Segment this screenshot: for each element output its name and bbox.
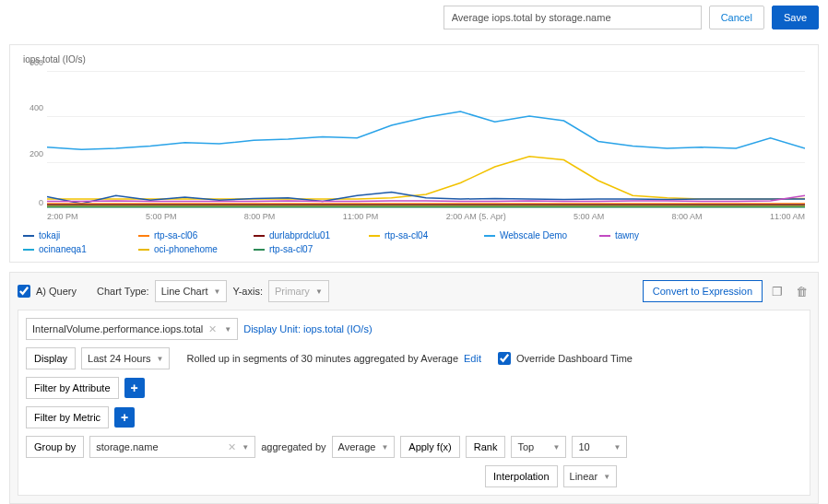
y-tick: 200 [30,149,43,158]
legend-item[interactable]: durlabprdclu01 [254,230,369,240]
add-filter-metric-button[interactable]: + [114,407,135,428]
legend-label: oci-phonehome [154,244,218,254]
chart-container: iops.total (IO/s) 0 200 400 600 2:00 PM5… [9,44,819,263]
legend-label: durlabprdclu01 [269,230,330,240]
caret-down-icon: ▼ [224,325,231,334]
group-by-select[interactable]: storage.name ✕ ▼ [89,436,255,458]
cancel-button[interactable]: Cancel [709,6,764,29]
x-tick: 8:00 AM [672,212,703,221]
display-button[interactable]: Display [26,347,76,369]
caret-down-icon: ▼ [381,443,388,451]
interpolation-select[interactable]: Linear▼ [563,465,618,487]
caret-down-icon: ▼ [603,473,610,481]
display-unit-link[interactable]: Display Unit: iops.total (IO/s) [243,323,372,334]
query-enable-checkbox[interactable] [18,285,30,298]
legend-item[interactable]: tawny [599,230,715,240]
legend-swatch [484,235,495,237]
y-axis-label: iops.total (IO/s) [23,54,805,64]
filter-attribute-button[interactable]: Filter by Attribute [26,377,119,399]
legend-swatch [599,235,610,237]
legend-label: rtp-sa-cl04 [384,230,428,240]
series-line [47,111,805,149]
x-tick: 11:00 PM [343,212,379,221]
override-time-checkbox[interactable] [498,352,511,365]
legend-item[interactable]: Webscale Demo [484,230,599,240]
save-button[interactable]: Save [772,6,819,29]
legend-swatch [23,249,34,251]
legend-label: tokaji [39,230,60,240]
query-panel: A) Query Chart Type: Line Chart▼ Y-axis:… [9,272,819,504]
x-tick: 2:00 PM [47,212,78,221]
legend-swatch [254,249,265,251]
legend-swatch [23,235,34,237]
legend-item[interactable]: ocinaneqa1 [23,244,138,254]
rank-count-select[interactable]: 10▼ [572,436,627,458]
legend-swatch [138,235,149,237]
rank-button[interactable]: Rank [466,436,506,458]
clear-icon[interactable]: ✕ [228,441,236,453]
legend-label: rtp-sa-cl07 [269,244,313,254]
legend-label: tawny [615,230,639,240]
legend-item[interactable]: rtp-sa-cl07 [254,244,369,254]
y-tick: 400 [30,103,43,112]
filter-metric-button[interactable]: Filter by Metric [26,406,109,428]
legend-swatch [369,235,380,237]
x-tick: 2:00 AM (5. Apr) [446,212,506,221]
metric-select[interactable]: InternalVolume.performance.iops.total ✕ … [26,318,238,340]
query-inner: InternalVolume.performance.iops.total ✕ … [18,310,810,496]
apply-fx-button[interactable]: Apply f(x) [400,436,459,458]
interpolation-button[interactable]: Interpolation [485,465,558,487]
add-filter-attribute-button[interactable]: + [124,378,145,398]
caret-down-icon: ▼ [553,443,561,451]
x-tick: 8:00 PM [244,212,276,221]
yaxis-label: Y-axis: [232,286,263,297]
y-axis: 0 200 400 600 [23,70,45,208]
x-tick: 5:00 AM [574,212,604,221]
group-by-button[interactable]: Group by [26,436,84,458]
chart-type-label: Chart Type: [97,286,149,297]
caret-down-icon: ▼ [157,355,164,363]
duplicate-icon[interactable]: ❐ [768,282,787,300]
time-range-select[interactable]: Last 24 Hours▼ [81,347,170,369]
x-tick: 11:00 AM [770,212,805,221]
chart-plot-area[interactable]: 0 200 400 600 [47,70,805,208]
legend-item[interactable]: rtp-sa-cl06 [138,230,254,240]
legend-item[interactable]: rtp-sa-cl04 [369,230,484,240]
delete-icon[interactable]: 🗑 [792,282,810,300]
caret-down-icon: ▼ [614,443,621,451]
x-axis: 2:00 PM5:00 PM8:00 PM11:00 PM2:00 AM (5.… [47,212,805,221]
legend-label: rtp-sa-cl06 [154,230,197,240]
clear-icon[interactable]: ✕ [208,323,217,335]
override-time-label: Override Dashboard Time [516,353,633,364]
legend-swatch [254,235,265,237]
aggregate-select[interactable]: Average▼ [332,436,396,458]
y-tick: 600 [30,58,43,67]
chart-legend: tokajirtp-sa-cl06durlabprdclu01rtp-sa-cl… [23,230,805,254]
legend-item[interactable]: oci-phonehome [138,244,254,254]
query-label: A) Query [36,286,77,297]
legend-label: Webscale Demo [500,230,567,240]
convert-expression-button[interactable]: Convert to Expression [643,280,763,302]
caret-down-icon: ▼ [213,287,220,296]
rollup-text: Rolled up in segments of 30 minutes aggr… [186,353,458,364]
legend-swatch [138,249,149,251]
y-tick: 0 [39,198,43,207]
widget-title-input[interactable] [444,6,702,29]
chart-type-select[interactable]: Line Chart▼ [155,280,228,302]
edit-rollup-link[interactable]: Edit [464,353,481,364]
series-line [47,157,805,199]
rank-direction-select[interactable]: Top▼ [511,436,566,458]
aggregated-by-label: aggregated by [261,441,325,452]
legend-item[interactable]: tokaji [23,230,138,240]
caret-down-icon: ▼ [315,287,323,296]
yaxis-select[interactable]: Primary▼ [268,280,329,302]
legend-label: ocinaneqa1 [39,244,87,254]
x-tick: 5:00 PM [146,212,177,221]
caret-down-icon: ▼ [242,443,249,451]
chart-svg [47,70,805,208]
